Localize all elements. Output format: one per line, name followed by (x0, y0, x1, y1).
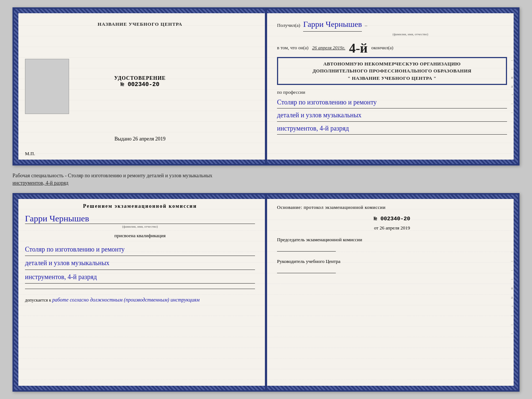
name-block-bottom: Гарри Чернышев (фамилия, имя, отчество) (25, 214, 255, 228)
fio-hint-top: (фамилия, имя, отчество) (392, 32, 428, 36)
okoncil-label: окончил(а) (371, 44, 393, 52)
center-title-top: НАЗВАНИЕ УЧЕБНОГО ЦЕНТРА (98, 21, 183, 27)
diploma-bottom-left: Решением экзаменационной комиссии Гарри … (14, 195, 266, 390)
ot-prefix: от (374, 225, 378, 231)
photo-placeholder (25, 59, 69, 114)
chairman-label: Председатель экзаменационной комиссии (277, 236, 507, 244)
diploma-top-right: Получил(а) Гарри Чернышев – (фамилия, им… (266, 9, 518, 164)
rukovoditel-block: Руководитель учебного Центра (277, 257, 507, 273)
qualification-bottom: Столяр по изготовлению и ремонту деталей… (25, 243, 255, 284)
rukovoditel-signature-line (277, 273, 336, 273)
osnovanie-title: Основание: протокол экзаменационной коми… (277, 203, 507, 211)
side-deco-top: ––иа←–– (511, 57, 515, 115)
org-line2: ДОПОЛНИТЕЛЬНОГО ПРОФЕССИОНАЛЬНОГО ОБРАЗО… (282, 67, 502, 75)
protokol-number: № 002340-20 (277, 214, 507, 224)
profession-line3: инструментов, 4-й разряд (277, 122, 507, 135)
vtom-line: в том, что он(а) 26 апреля 2019г. 4-й ок… (277, 42, 507, 55)
number-prefix: № (121, 81, 124, 88)
udostoverenie-label: УДОСТОВЕРЕНИЕ (114, 75, 166, 81)
recipient-name-bottom: Гарри Чернышев (25, 214, 89, 223)
proto-prefix: № (374, 216, 377, 222)
vydano-date: 26 апреля 2019 (133, 136, 165, 142)
diploma-top: НАЗВАНИЕ УЧЕБНОГО ЦЕНТРА УДОСТОВЕРЕНИЕ №… (12, 7, 520, 165)
profession-line2: деталей и узлов музыкальных (277, 109, 507, 121)
udostoverenie-block: УДОСТОВЕРЕНИЕ № 002340-20 (114, 75, 166, 88)
separator-line (25, 289, 255, 289)
chairman-signature-line (277, 251, 336, 252)
vtom-prefix: в том, что он(а) (277, 44, 309, 52)
org-block: АВТОНОМНУЮ НЕКОММЕРЧЕСКУЮ ОРГАНИЗАЦИЮ ДО… (277, 57, 507, 85)
description-text-underline: инструментов, 4-й разряд (12, 180, 68, 186)
vtom-date: 26 апреля 2019г. (312, 44, 345, 52)
side-deco-bottom: ––––иа←––– (511, 248, 515, 337)
ot-date: 26 апреля 2019 (380, 225, 410, 231)
description-text-normal: Рабочая специальность - Столяр по изгото… (12, 173, 212, 178)
dopuskaetsya-block: допускается к работе согласно должностны… (25, 297, 255, 303)
rukovoditel-label: Руководитель учебного Центра (277, 257, 507, 266)
diploma-top-left: НАЗВАНИЕ УЧЕБНОГО ЦЕНТРА УДОСТОВЕРЕНИЕ №… (14, 9, 266, 164)
qual-line3: инструментов, 4-й разряд (25, 271, 255, 284)
dopuskaetsya-label: допускается к (25, 298, 51, 303)
mp-label: М.П. (25, 151, 35, 157)
description-line: Рабочая специальность - Столяр по изгото… (12, 172, 520, 186)
year-highlight: 4-й (349, 42, 368, 55)
org-line1: АВТОНОМНУЮ НЕКОММЕРЧЕСКУЮ ОРГАНИЗАЦИЮ (282, 60, 502, 68)
qual-line2: деталей и узлов музыкальных (25, 257, 255, 270)
prisvoena-label: присвоена квалификация (25, 233, 255, 239)
profession-top: Столяр по изготовлению и ремонту деталей… (277, 96, 507, 135)
diploma-bottom-right: Основание: протокол экзаменационной коми… (266, 195, 518, 390)
dopuskaetsya-value: работе согласно должностным (производств… (52, 297, 200, 303)
ot-line: от 26 апреля 2019 (277, 224, 507, 232)
poluchil-label: Получил(а) (277, 22, 300, 29)
poluchil-line: Получил(а) Гарри Чернышев – (фамилия, им… (277, 18, 507, 37)
vydano-label: Выдано (114, 136, 132, 142)
recipient-name-bottom-line: Гарри Чернышев (25, 214, 255, 224)
resheniem-title: Решением экзаменационной комиссии (25, 203, 255, 209)
proto-number: 002340-20 (381, 216, 410, 222)
po-professii: по профессии (277, 89, 507, 96)
profession-line1: Столяр по изготовлению и ремонту (277, 96, 507, 108)
diploma-bottom: Решением экзаменационной комиссии Гарри … (12, 193, 520, 392)
vydano-line: Выдано 26 апреля 2019 (114, 136, 165, 142)
udostoverenie-number: № 002340-20 (114, 81, 166, 88)
recipient-name-top: Гарри Чернышев (303, 18, 362, 32)
fio-hint-bottom: (фамилия, имя, отчество) (25, 225, 255, 228)
number-value: 002340-20 (127, 81, 159, 88)
qual-line1: Столяр по изготовлению и ремонту (25, 243, 255, 256)
chairman-block: Председатель экзаменационной комиссии (277, 236, 507, 252)
org-line3: " НАЗВАНИЕ УЧЕБНОГО ЦЕНТРА " (282, 75, 502, 82)
